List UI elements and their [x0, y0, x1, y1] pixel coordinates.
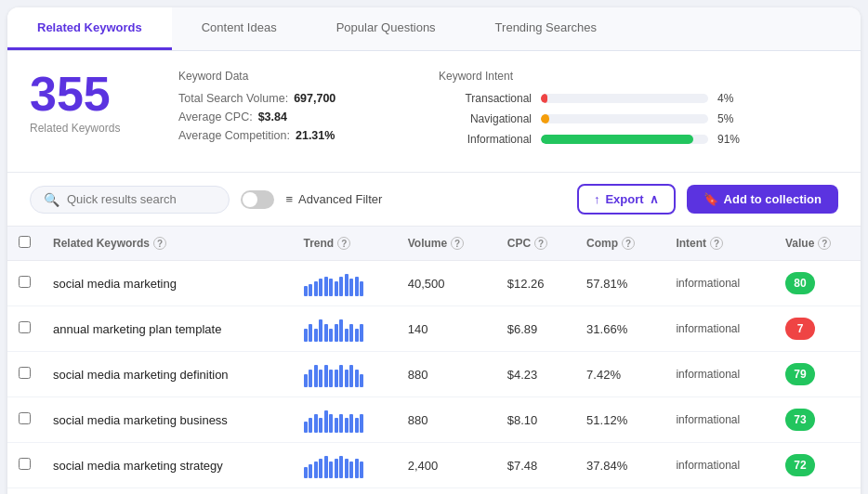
row-checkbox[interactable]	[19, 412, 31, 424]
intent-label: Transactional	[439, 92, 532, 105]
keyword-data-title: Keyword Data	[178, 70, 401, 83]
comp-cell: 57.81%	[575, 261, 664, 306]
trend-bar	[339, 319, 343, 342]
search-input[interactable]	[67, 192, 216, 206]
trend-bar	[339, 414, 343, 433]
add-to-collection-button[interactable]: 🔖 Add to collection	[687, 185, 838, 214]
volume-cell: 880	[397, 397, 496, 443]
keyword-help-icon[interactable]: ?	[153, 237, 166, 250]
trend-bar	[339, 456, 343, 478]
count-number: 355	[30, 70, 111, 118]
cpc-help-icon[interactable]: ?	[534, 237, 547, 250]
trend-bar	[309, 418, 312, 433]
table-row: social media marketing articles480$4.161…	[7, 488, 861, 495]
adv-filter-label: Advanced Filter	[298, 192, 382, 206]
intent-help-icon[interactable]: ?	[710, 237, 723, 250]
trend-bar	[329, 279, 333, 296]
value-badge: 73	[785, 409, 815, 431]
keyword-data-panel: Keyword Data Total Search Volume: 697,70…	[178, 70, 401, 148]
table-body: social media marketing40,500$12.2657.81%…	[7, 261, 861, 495]
trend-bar	[324, 277, 328, 296]
value-badge: 7	[785, 318, 815, 340]
trend-help-icon[interactable]: ?	[337, 237, 350, 250]
export-label: Export	[605, 192, 643, 206]
trend-bar	[345, 418, 349, 433]
tab-content-ideas[interactable]: Content Ideas	[172, 7, 307, 50]
cpc-cell: $4.16	[496, 488, 575, 495]
row-checkbox[interactable]	[19, 276, 31, 288]
trend-bar	[319, 319, 322, 342]
trend-cell	[293, 352, 397, 397]
add-label: Add to collection	[724, 192, 822, 206]
trend-bar	[319, 370, 322, 387]
trend-bar	[329, 329, 333, 342]
table-header-row: Related Keywords ? Trend ? Volume	[7, 227, 861, 261]
keyword-cell: social media marketing business	[42, 397, 293, 443]
intent-bar	[541, 114, 549, 124]
table-row: social media marketing business880$8.105…	[7, 397, 861, 443]
trend-bar	[349, 462, 353, 478]
trend-bar	[349, 414, 353, 433]
keyword-cell: social media marketing strategy	[42, 443, 293, 488]
intent-pct: 4%	[717, 92, 745, 105]
select-all-checkbox[interactable]	[19, 236, 31, 248]
volume-help-icon[interactable]: ?	[451, 237, 464, 250]
advanced-filter-button[interactable]: ≡ Advanced Filter	[285, 192, 382, 206]
cpc-cell: $7.48	[496, 443, 575, 488]
trend-bar	[349, 279, 353, 296]
cpc-cell: $4.23	[496, 352, 575, 397]
value-help-icon[interactable]: ?	[818, 237, 831, 250]
trend-bar	[324, 365, 328, 387]
trend-bar	[349, 324, 353, 342]
value-cell: 7	[774, 306, 861, 352]
cpc-cell: $6.89	[496, 306, 575, 352]
th-checkbox	[7, 227, 42, 261]
comp-cell: 37.84%	[575, 443, 664, 488]
trend-bar	[309, 324, 312, 342]
trend-bar	[360, 281, 363, 296]
table-row: social media marketing40,500$12.2657.81%…	[7, 261, 861, 306]
table-row: annual marketing plan template140$6.8931…	[7, 306, 861, 352]
comp-cell: 7.42%	[575, 352, 664, 397]
keyword-cell: social media marketing definition	[42, 352, 293, 397]
chevron-up-icon: ∧	[650, 192, 659, 206]
intent-bar-bg	[541, 135, 708, 144]
trend-bar	[345, 370, 349, 387]
trend-bar	[345, 459, 349, 478]
trend-bar	[304, 467, 308, 478]
intent-cell: informational	[664, 261, 774, 306]
stats-row: 355 Related Keywords Keyword Data Total …	[7, 51, 861, 173]
value-cell: 80	[774, 261, 861, 306]
intent-label: Navigational	[439, 112, 532, 125]
toggle-switch[interactable]	[241, 190, 274, 209]
tab-related-keywords[interactable]: Related Keywords	[7, 7, 172, 50]
keyword-intent-panel: Keyword Intent Transactional 4% Navigati…	[439, 70, 838, 153]
volume-cell: 480	[397, 488, 496, 495]
intent-pct: 5%	[717, 112, 745, 125]
main-container: Related Keywords Content Ideas Popular Q…	[7, 7, 861, 494]
export-button[interactable]: ↑ Export ∧	[577, 184, 676, 214]
trend-bar	[345, 274, 349, 296]
trend-cell	[293, 488, 397, 495]
trend-bar	[355, 277, 359, 296]
comp-help-icon[interactable]: ?	[622, 237, 635, 250]
tab-popular-questions[interactable]: Popular Questions	[307, 7, 466, 50]
tab-trending-searches[interactable]: Trending Searches	[466, 7, 626, 50]
count-label: Related Keywords	[30, 122, 120, 135]
intent-bar	[541, 135, 693, 144]
trend-bar	[319, 418, 322, 433]
trend-bar	[355, 459, 359, 478]
toggle-wrap[interactable]	[241, 190, 274, 209]
value-cell: 74	[774, 488, 861, 495]
row-checkbox[interactable]	[19, 321, 31, 333]
trend-bar	[324, 456, 328, 478]
comp-cell: 51.12%	[575, 397, 664, 443]
th-volume: Volume ?	[397, 227, 496, 261]
intent-cell: informational	[664, 397, 774, 443]
trend-bar	[319, 459, 322, 478]
row-checkbox[interactable]	[19, 367, 31, 379]
trend-bar	[339, 277, 343, 296]
th-cpc: CPC ?	[496, 227, 575, 261]
trend-bar	[360, 462, 363, 478]
row-checkbox[interactable]	[19, 458, 31, 470]
